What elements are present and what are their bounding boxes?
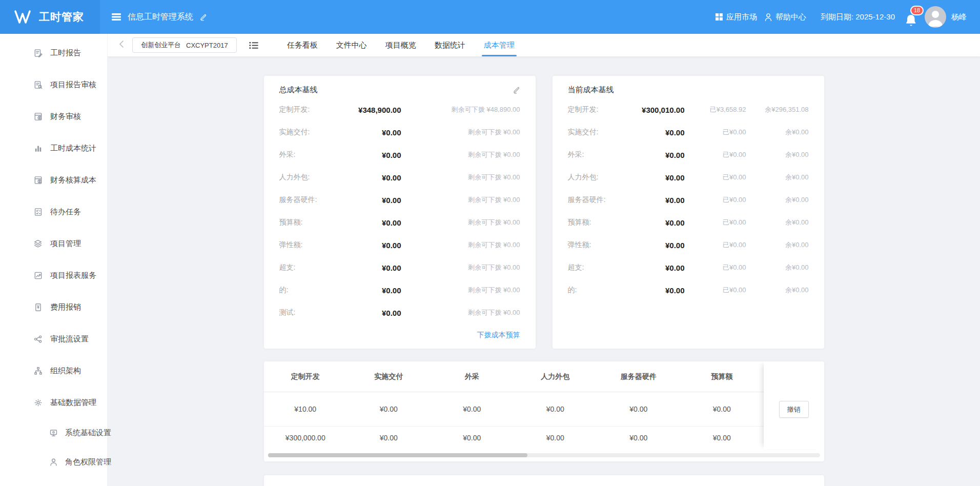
- baseline-row: 服务器硬件:¥0.00已¥0.00余¥0.00: [568, 189, 809, 211]
- sidebar-item-8[interactable]: 项目报表服务: [0, 259, 107, 291]
- allocate-budget-link[interactable]: 下拨成本预算: [477, 331, 520, 340]
- baseline-value: ¥0.00: [344, 309, 401, 317]
- sidebar-item-2[interactable]: 项目报告审核: [0, 69, 107, 100]
- org-chart-icon: [33, 367, 43, 375]
- gear-icon: [33, 398, 43, 407]
- baseline-rest: 余¥0.00: [746, 286, 809, 295]
- baseline-rest: 余¥0.00: [746, 150, 809, 159]
- baseline-value: ¥0.00: [629, 173, 685, 182]
- current-baseline-rows: 定制开发:¥300,010.00已¥3,658.92余¥296,351.08实施…: [568, 98, 809, 301]
- tab-2[interactable]: 文件中心: [331, 34, 372, 56]
- baseline-value: ¥0.00: [629, 241, 685, 250]
- sidebar-item-label: 项目报告审核: [50, 80, 96, 90]
- sidebar-item-14[interactable]: 角色权限管理: [0, 448, 107, 477]
- sidebar-item-10[interactable]: 审批流设置: [0, 323, 107, 355]
- baseline-row: 预算额:¥0.00已¥0.00余¥0.00: [568, 211, 809, 234]
- system-menu-icon[interactable]: [111, 13, 121, 21]
- baseline-value: ¥0.00: [344, 128, 401, 137]
- table-column-header: 预算额: [680, 372, 764, 381]
- sidebar-item-label: 工时成本统计: [50, 144, 96, 153]
- brand-name: 工时管家: [39, 10, 84, 24]
- baseline-used: 已¥0.00: [685, 286, 746, 295]
- sidebar-item-label: 角色权限管理: [65, 457, 111, 467]
- baseline-label: 实施交付:: [279, 128, 344, 137]
- baseline-row: 定制开发:¥300,010.00已¥3,658.92余¥296,351.08: [568, 98, 809, 121]
- tab-5[interactable]: 成本管理: [479, 34, 520, 56]
- sidebar-item-1[interactable]: 工时报告: [0, 37, 107, 69]
- project-list-icon[interactable]: [249, 42, 258, 49]
- table-fixed-action-column: 撤销: [764, 361, 824, 449]
- sidebar-item-5[interactable]: 财务核算成本: [0, 164, 107, 196]
- baseline-label: 弹性额:: [568, 240, 629, 250]
- baseline-row: 预算额:¥0.00剩余可下拨 ¥0.00: [279, 211, 520, 234]
- project-name: 创新创业平台: [141, 40, 181, 50]
- sidebar-item-label: 项目报表服务: [50, 271, 96, 280]
- sidebar-item-3[interactable]: 财务审核: [0, 100, 107, 132]
- edit-baseline-icon[interactable]: [513, 86, 520, 94]
- title-edit-icon[interactable]: [199, 13, 207, 21]
- baseline-row: 外采:¥0.00剩余可下拨 ¥0.00: [279, 144, 520, 166]
- app-market-button[interactable]: 应用市场: [715, 12, 757, 22]
- baseline-row: 服务器硬件:¥0.00剩余可下拨 ¥0.00: [279, 189, 520, 211]
- baseline-used: 已¥0.00: [685, 150, 746, 159]
- help-center-button[interactable]: 帮助中心: [764, 12, 806, 22]
- baseline-used: 已¥0.00: [685, 218, 746, 227]
- horizontal-scrollbar-track[interactable]: [268, 453, 820, 457]
- sidebar-item-11[interactable]: 组织架构: [0, 355, 107, 387]
- project-selector[interactable]: 创新创业平台 CXCYPT2017: [132, 37, 237, 53]
- table-column-header: 定制开发: [264, 372, 348, 381]
- doc-review-icon: [33, 80, 43, 89]
- sidebar-item-4[interactable]: 工时成本统计: [0, 132, 107, 164]
- notification-bell-button[interactable]: 18: [903, 7, 918, 27]
- bar-chart-icon: [33, 144, 43, 153]
- sidebar: 工时报告项目报告审核财务审核工时成本统计财务核算成本待办任务项目管理项目报表服务…: [0, 34, 108, 486]
- baseline-rest: 余¥296,351.08: [746, 105, 809, 114]
- sidebar-item-label: 项目管理: [50, 239, 81, 249]
- undo-button[interactable]: 撤销: [779, 401, 809, 418]
- table-cell: ¥0.00: [431, 405, 514, 413]
- sidebar-item-12[interactable]: 基础数据管理: [0, 387, 107, 418]
- baseline-label: 的:: [568, 286, 629, 295]
- baseline-row: 弹性额:¥0.00剩余可下拨 ¥0.00: [279, 234, 520, 256]
- horizontal-scrollbar-thumb[interactable]: [268, 453, 527, 457]
- baseline-value: ¥0.00: [344, 264, 401, 272]
- baseline-label: 预算额:: [279, 218, 344, 227]
- total-baseline-rows: 定制开发:¥348,900.00剩余可下拨 ¥48,890.00实施交付:¥0.…: [279, 98, 520, 324]
- baseline-label: 弹性额:: [279, 240, 344, 250]
- table-cell: ¥0.00: [680, 434, 764, 442]
- back-chevron-icon[interactable]: [115, 40, 128, 51]
- tab-1[interactable]: 任务看板: [282, 34, 323, 56]
- baseline-row: 的:¥0.00剩余可下拨 ¥0.00: [279, 279, 520, 301]
- baseline-label: 实施交付:: [568, 128, 629, 137]
- sidebar-item-label: 财务审核: [50, 112, 81, 121]
- grid-icon: [715, 13, 723, 21]
- baseline-remaining: 剩余可下拨 ¥0.00: [401, 263, 520, 272]
- app-market-label: 应用市场: [726, 12, 757, 22]
- project-tabs: 任务看板文件中心项目概览数据统计成本管理: [282, 34, 528, 56]
- project-code: CXCYPT2017: [186, 42, 228, 49]
- sidebar-item-6[interactable]: 待办任务: [0, 196, 107, 228]
- baseline-row: 弹性额:¥0.00已¥0.00余¥0.00: [568, 234, 809, 256]
- sidebar-item-7[interactable]: 项目管理: [0, 228, 107, 259]
- baseline-value: ¥0.00: [344, 196, 401, 205]
- baseline-remaining: 剩余可下拨 ¥0.00: [401, 128, 520, 137]
- baseline-value: ¥0.00: [629, 264, 685, 272]
- baseline-value: ¥0.00: [629, 151, 685, 159]
- system-title: 信息工时管理系统: [128, 12, 193, 23]
- baseline-remaining: 剩余可下拨 ¥0.00: [401, 150, 520, 159]
- table-cell: ¥0.00: [347, 434, 431, 442]
- expire-date: 到期日期: 2025-12-30: [821, 12, 895, 22]
- sidebar-item-9[interactable]: 费用报销: [0, 291, 107, 323]
- tab-3[interactable]: 项目概览: [380, 34, 421, 56]
- total-baseline-title: 总成本基线: [279, 85, 318, 95]
- baseline-used: 已¥0.00: [685, 263, 746, 272]
- table-cell: ¥0.00: [597, 434, 681, 442]
- tab-4[interactable]: 数据统计: [430, 34, 471, 56]
- avatar[interactable]: [925, 6, 946, 28]
- table-cell: ¥0.00: [597, 405, 681, 413]
- expense-icon: [33, 303, 43, 312]
- sidebar-item-13[interactable]: 系统基础设置: [0, 418, 107, 448]
- baseline-value: ¥0.00: [629, 286, 685, 295]
- sidebar-item-label: 系统基础设置: [65, 428, 111, 438]
- bell-icon: [905, 14, 917, 27]
